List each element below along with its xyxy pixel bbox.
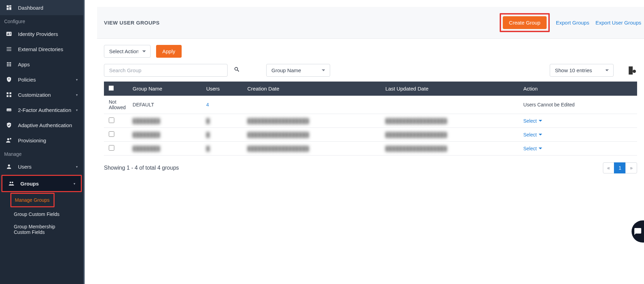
caret-down-icon — [539, 134, 542, 135]
sidebar-item-apps[interactable]: Apps — [0, 57, 83, 72]
dashboard-icon — [6, 4, 12, 11]
cell-creation-date: ██████████████████ — [244, 114, 382, 128]
cell-creation-date: ██████████████████ — [244, 128, 382, 142]
row-checkbox[interactable] — [109, 117, 114, 123]
create-group-button[interactable]: Create Group — [503, 16, 547, 29]
cell-action: Select — [520, 142, 637, 155]
sidebar-item-manage-groups[interactable]: Manage Groups — [10, 193, 55, 207]
col-action: Action — [520, 82, 637, 96]
groups-table-wrap: Group Name Users Creation Date Last Upda… — [85, 82, 644, 155]
cell-users[interactable]: 4 — [203, 96, 244, 114]
export-user-groups-link[interactable]: Export User Groups — [595, 20, 641, 26]
cell-group-name: ████████ — [129, 142, 203, 155]
2fa-icon: 123 — [6, 106, 12, 113]
page-prev[interactable]: « — [603, 162, 615, 173]
caret-down-icon — [539, 148, 542, 149]
svg-rect-16 — [7, 92, 8, 94]
table-row: ████████████████████████████████████████… — [104, 114, 637, 128]
svg-rect-19 — [10, 95, 11, 97]
table-footer: Showing 1 - 4 of total 4 groups « 1 » — [85, 155, 644, 173]
customize-icon — [6, 91, 12, 98]
select-action-dropdown[interactable]: Select Action — [104, 45, 151, 58]
add-column-icon[interactable] — [627, 65, 637, 76]
svg-rect-8 — [9, 62, 10, 63]
page-next[interactable]: » — [625, 162, 637, 173]
sidebar-item-policies[interactable]: Policies ▾ — [0, 72, 83, 87]
sidebar-section-configure: Configure — [0, 15, 83, 26]
sidebar-item-users[interactable]: Users ▾ — [0, 159, 83, 174]
row-action-select[interactable]: Select — [523, 132, 542, 138]
cell-creation-date — [244, 96, 382, 114]
sidebar-groups-submenu: Manage Groups Group Custom Fields Group … — [0, 193, 83, 238]
row-checkbox[interactable] — [109, 145, 114, 151]
row-checkbox-label: Not Allowed — [104, 96, 129, 114]
svg-point-25 — [10, 182, 11, 183]
chat-widget[interactable] — [632, 220, 644, 243]
sidebar-label: Group Membership Custom Fields — [14, 224, 73, 235]
sidebar-label: Adaptive Authentication — [18, 122, 72, 128]
sidebar-label: 2-Factor Authentication — [18, 107, 71, 113]
cell-action: Select — [520, 128, 637, 142]
svg-rect-6 — [7, 50, 11, 51]
page-1[interactable]: 1 — [614, 162, 626, 173]
export-groups-link[interactable]: Export Groups — [556, 20, 589, 26]
sidebar-item-group-membership-custom-fields[interactable]: Group Membership Custom Fields — [14, 220, 83, 238]
col-users: Users — [203, 82, 244, 96]
sidebar-label: External Directories — [18, 46, 63, 52]
select-all-checkbox[interactable] — [109, 86, 114, 91]
groups-icon — [8, 180, 15, 187]
col-last-updated: Last Updated Date — [382, 82, 520, 96]
search-group-input[interactable] — [104, 64, 228, 77]
chevron-down-icon: ▾ — [76, 78, 78, 82]
sidebar-label: Users — [18, 164, 31, 170]
sidebar-label: Manage Groups — [15, 197, 49, 203]
row-checkbox[interactable] — [109, 131, 114, 137]
show-entries-dropdown[interactable]: Show 10 entries — [550, 64, 614, 77]
chevron-down-icon: ▾ — [76, 108, 78, 112]
svg-rect-11 — [9, 64, 10, 65]
apply-button[interactable]: Apply — [156, 45, 182, 58]
svg-rect-3 — [7, 8, 9, 10]
sidebar-item-identity-providers[interactable]: Identity Providers — [0, 26, 83, 41]
sidebar-label: Identity Providers — [18, 31, 58, 37]
chevron-down-icon: ▾ — [76, 93, 78, 97]
groups-table: Group Name Users Creation Date Last Upda… — [104, 82, 637, 155]
sidebar-item-2fa[interactable]: 123 2-Factor Authentication ▾ — [0, 102, 83, 117]
sidebar-label: Group Custom Fields — [14, 211, 59, 217]
svg-rect-13 — [7, 65, 8, 66]
svg-rect-10 — [7, 64, 8, 65]
sidebar-item-customization[interactable]: Customization ▾ — [0, 87, 83, 102]
svg-rect-5 — [7, 49, 11, 49]
svg-rect-15 — [10, 65, 11, 66]
table-row: ████████████████████████████████████████… — [104, 128, 637, 142]
sidebar-label: Provisioning — [18, 138, 46, 143]
sidebar-item-group-custom-fields[interactable]: Group Custom Fields — [14, 208, 83, 220]
caret-down-icon — [539, 120, 542, 122]
sidebar-item-dashboard[interactable]: Dashboard — [0, 0, 83, 15]
filter-by-dropdown[interactable]: Group Name — [266, 64, 330, 77]
sidebar-item-provisioning[interactable]: Provisioning — [0, 133, 83, 148]
svg-rect-17 — [10, 92, 11, 94]
svg-rect-0 — [7, 5, 9, 7]
svg-text:123: 123 — [7, 109, 11, 111]
table-header: Group Name Users Creation Date Last Upda… — [104, 82, 637, 96]
sidebar-item-external-directories[interactable]: External Directories — [0, 41, 83, 57]
shield-check-icon — [6, 122, 12, 129]
list-icon — [6, 46, 12, 53]
cell-last-updated: ██████████████████ — [382, 114, 520, 128]
svg-rect-1 — [9, 5, 11, 7]
row-action-select[interactable]: Select — [523, 146, 542, 151]
sidebar-label: Groups — [20, 181, 39, 187]
cell-last-updated — [382, 96, 520, 114]
svg-point-23 — [10, 138, 11, 140]
search-icon[interactable] — [234, 66, 240, 74]
header-actions: Create Group Export Groups Export User G… — [500, 13, 644, 32]
row-action-select[interactable]: Select — [523, 118, 542, 124]
pagination: « 1 » — [603, 162, 637, 173]
apps-icon — [6, 61, 12, 68]
cell-last-updated: ██████████████████ — [382, 142, 520, 155]
sidebar-item-groups[interactable]: Groups ▾ — [1, 175, 82, 192]
page-header: VIEW USER GROUPS Create Group Export Gro… — [97, 7, 644, 39]
sidebar-item-adaptive-auth[interactable]: Adaptive Authentication — [0, 117, 83, 133]
svg-rect-7 — [7, 62, 8, 63]
